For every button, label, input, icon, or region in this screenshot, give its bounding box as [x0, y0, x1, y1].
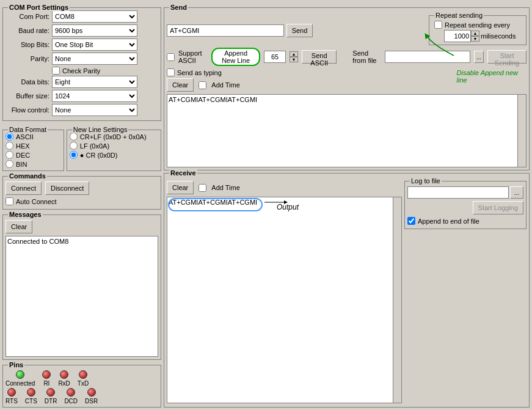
send-input[interactable]: [167, 24, 284, 37]
led-dtr: [46, 388, 55, 397]
com-port-select[interactable]: COM8: [52, 10, 137, 23]
start-sending-button[interactable]: Start Sending: [487, 50, 527, 64]
led-ri: [42, 370, 51, 379]
messages-clear-button[interactable]: Clear: [5, 220, 32, 233]
pin-ri: RI: [42, 370, 51, 387]
number-input[interactable]: [264, 51, 286, 63]
disconnect-button[interactable]: Disconnect: [45, 181, 89, 195]
number-down-button[interactable]: ▼: [290, 57, 298, 62]
led-dcd: [67, 388, 75, 397]
append-to-file-checkbox[interactable]: [407, 217, 415, 225]
repeat-interval-input[interactable]: [444, 30, 471, 42]
receive-add-time-label: Add Time: [211, 184, 239, 191]
led-txd: [79, 370, 87, 379]
messages-title: Messages: [8, 211, 43, 218]
send-title: Send: [169, 4, 188, 11]
output-annotation: Output: [277, 203, 299, 211]
led-rts: [7, 388, 16, 397]
new-line-settings-title: New Line Settings: [72, 126, 129, 133]
receive-textarea[interactable]: AT+CGMIAT+CGMIAT+CGMI: [167, 197, 393, 403]
pin-txd: TxD: [78, 370, 89, 387]
led-connected: [16, 370, 24, 379]
receive-add-time-checkbox[interactable]: [199, 184, 206, 192]
messages-textarea[interactable]: Connected to COM8: [5, 236, 158, 357]
auto-connect-label: Auto Connect: [16, 198, 57, 205]
browse-file-button[interactable]: ...: [474, 51, 484, 63]
pin-connected: Connected: [5, 370, 35, 387]
cr-label: ● CR (0x0D): [80, 152, 118, 159]
receive-scrollbar[interactable]: [393, 197, 402, 403]
bin-radio[interactable]: [5, 160, 13, 168]
data-format-title: Data Format: [8, 126, 48, 133]
bin-label: BIN: [16, 161, 27, 168]
commands-title: Commands: [8, 172, 47, 180]
baud-rate-label: Baud rate:: [5, 27, 49, 34]
lf-radio[interactable]: [70, 142, 78, 150]
parity-label: Parity:: [5, 55, 49, 62]
interval-down-button[interactable]: ▼: [471, 36, 479, 42]
send-from-file-label: Send from file: [352, 49, 381, 64]
repeat-checkbox[interactable]: [434, 21, 442, 29]
send-button[interactable]: Send: [286, 24, 313, 37]
pins-title: Pins: [8, 361, 24, 368]
receive-title: Receive: [169, 169, 197, 177]
interval-up-button[interactable]: ▲: [471, 31, 479, 36]
stop-bits-label: Stop Bits:: [5, 41, 49, 48]
check-parity-checkbox[interactable]: [52, 67, 60, 75]
ascii-radio[interactable]: [5, 133, 13, 141]
repeat-sending-title: Repeat sending: [434, 12, 484, 19]
repeat-label: Repeat sending every: [445, 21, 510, 29]
flow-control-select[interactable]: None: [52, 104, 137, 116]
connect-button[interactable]: Connect: [5, 181, 42, 195]
buffer-size-label: Buffer size:: [5, 92, 49, 100]
log-file-input[interactable]: [407, 186, 509, 199]
add-time-checkbox[interactable]: [199, 81, 206, 89]
log-to-file-title: Log to file: [410, 177, 442, 185]
hex-radio[interactable]: [5, 142, 13, 150]
miliseconds-label: miliseconds: [481, 32, 516, 40]
lf-label: LF (0x0A): [80, 142, 109, 150]
number-up-button[interactable]: ▲: [290, 51, 298, 57]
crlf-label: CR+LF (0x0D + 0x0A): [80, 133, 147, 141]
check-parity-label: Check Parity: [62, 67, 100, 75]
send-as-typing-checkbox[interactable]: [167, 68, 175, 76]
com-port-label: Com Port:: [5, 13, 49, 20]
data-bits-select[interactable]: Eight: [52, 76, 137, 88]
pin-dsr: DSR: [85, 388, 98, 405]
pin-cts: CTS: [25, 388, 37, 405]
auto-connect-checkbox[interactable]: [5, 197, 13, 205]
hex-label: HEX: [16, 142, 30, 150]
led-dsr: [87, 388, 96, 397]
append-new-line-button[interactable]: Append New Line: [211, 48, 260, 66]
stop-bits-select[interactable]: One Stop Bit: [52, 38, 137, 51]
parity-select[interactable]: None: [52, 53, 137, 65]
ascii-label: ASCII: [16, 133, 34, 141]
led-rxd: [60, 370, 68, 379]
support-ascii-checkbox[interactable]: [167, 53, 175, 61]
baud-rate-select[interactable]: 9600 bps: [52, 24, 137, 37]
log-browse-button[interactable]: ...: [510, 186, 523, 199]
pin-rts: RTS: [5, 388, 18, 405]
cr-radio[interactable]: [70, 151, 78, 159]
pin-dcd: DCD: [64, 388, 78, 405]
send-scrollbar[interactable]: [518, 94, 527, 167]
com-port-settings-title: COM Port Settings: [8, 4, 70, 11]
buffer-size-select[interactable]: 1024: [52, 90, 137, 102]
send-content-area[interactable]: AT+CGMIAT+CGMIAT+CGMI: [167, 94, 518, 167]
send-clear-button[interactable]: Clear: [167, 78, 194, 92]
crlf-radio[interactable]: [70, 133, 78, 141]
append-to-file-label: Append to end of file: [418, 218, 479, 225]
support-ascii-label: Support ASCII: [178, 49, 208, 64]
add-time-label: Add Time: [211, 81, 239, 89]
receive-clear-button[interactable]: Clear: [167, 181, 194, 194]
data-bits-label: Data bits:: [5, 78, 49, 86]
dec-label: DEC: [16, 152, 30, 159]
send-as-typing-label: Send as typing: [177, 69, 222, 76]
send-file-input[interactable]: [385, 51, 470, 63]
com-port-settings-group: COM Port Settings Com Port: COM8 Baud ra…: [2, 7, 161, 121]
flow-control-label: Flow control:: [5, 106, 49, 114]
pin-dtr: DTR: [45, 388, 57, 405]
start-logging-button[interactable]: Start Logging: [473, 201, 523, 214]
send-ascii-button[interactable]: Send ASCII: [302, 50, 337, 64]
dec-radio[interactable]: [5, 151, 13, 159]
